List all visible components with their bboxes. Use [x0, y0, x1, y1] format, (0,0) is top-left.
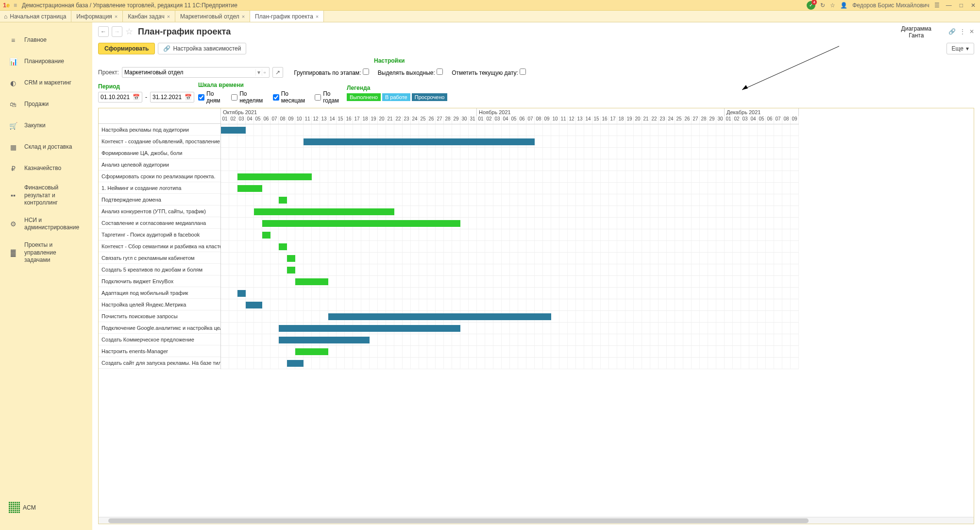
star-icon[interactable]: ☆: [830, 2, 835, 9]
tab-3[interactable]: План-график проекта×: [250, 11, 324, 22]
by-years-check[interactable]: По годам: [315, 90, 344, 104]
task-name[interactable]: Адаптация под мобильный трафик: [99, 287, 220, 299]
group-by-stages-check[interactable]: Группировать по этапам:: [294, 68, 369, 76]
menu-icon[interactable]: ☰: [934, 2, 940, 9]
gantt-bar[interactable]: [279, 337, 370, 343]
tab-close-icon[interactable]: ×: [316, 14, 319, 19]
mark-current-date-check[interactable]: Отметить текущую дату:: [452, 68, 526, 76]
tab-close-icon[interactable]: ×: [115, 14, 118, 19]
dropdown-icon[interactable]: ▾: [255, 69, 262, 76]
by-weeks-check[interactable]: По неделям: [231, 90, 267, 104]
open-project-icon[interactable]: ↗: [272, 67, 283, 78]
tab-home[interactable]: ⌂ Начальная страница: [0, 11, 71, 22]
nav-back-button[interactable]: ←: [98, 26, 109, 37]
sidebar-item-8[interactable]: ⚙НСИ и администрирование: [0, 212, 92, 237]
project-label: Проект:: [98, 69, 119, 76]
task-name[interactable]: Формирование ЦА, джобы, боли: [99, 147, 220, 159]
gantt-bar[interactable]: [279, 325, 460, 332]
sidebar-item-7[interactable]: ▪▪Финансовый результат и контроллинг: [0, 179, 92, 212]
task-bar-row: [221, 159, 799, 171]
task-name[interactable]: Подтверждение домена: [99, 194, 220, 205]
task-name[interactable]: Контекст - Сбор семантики и разбивка на …: [99, 240, 220, 252]
tab-close-icon[interactable]: ×: [167, 14, 170, 19]
task-name[interactable]: Настроить enents-Manager: [99, 345, 220, 357]
gantt-bar[interactable]: [262, 232, 270, 239]
link-icon[interactable]: 🔗: [948, 28, 956, 35]
tab-0[interactable]: Информация×: [71, 11, 123, 22]
burger-icon[interactable]: ≡: [14, 2, 17, 9]
gantt-bar[interactable]: [279, 197, 287, 204]
by-months-check[interactable]: По месяцам: [273, 90, 309, 104]
notification-icon[interactable]: ✓4: [807, 1, 815, 10]
sidebar-item-4[interactable]: 🛒Закупки: [0, 115, 92, 137]
highlight-weekends-check[interactable]: Выделять выходные:: [378, 68, 443, 76]
nav-forward-button[interactable]: →: [112, 26, 122, 37]
gantt-bar[interactable]: [287, 255, 295, 262]
gantt-bar[interactable]: [237, 290, 246, 297]
sidebar-item-3[interactable]: 🛍Продажи: [0, 94, 92, 115]
task-name[interactable]: Подключение Google.аналитикс и настройка…: [99, 322, 220, 334]
horizontal-scrollbar[interactable]: [99, 517, 974, 524]
task-bar-row: [221, 124, 799, 136]
task-name[interactable]: Настройка целей Яндекс.Метрика: [99, 299, 220, 310]
options-icon[interactable]: ⋮: [960, 28, 965, 35]
task-name[interactable]: Подключить виджет EnvyBox: [99, 275, 220, 287]
history-icon[interactable]: ↻: [820, 2, 825, 9]
tab-close-icon[interactable]: ×: [242, 14, 245, 19]
sidebar-item-5[interactable]: ▦Склад и доставка: [0, 137, 92, 158]
gantt-bar[interactable]: [279, 243, 287, 250]
user-name[interactable]: Федоров Борис Михайлович: [852, 2, 929, 9]
favorite-star-icon[interactable]: ☆: [125, 26, 133, 37]
sidebar-item-9[interactable]: ▓Проекты и управление задачами: [0, 237, 92, 269]
gantt-bar[interactable]: [237, 185, 262, 192]
task-name[interactable]: Контекст - создание объявлений, проставл…: [99, 136, 220, 147]
task-name[interactable]: Таргетинг - Поиск аудиторий в facebook: [99, 229, 220, 240]
generate-button[interactable]: Сформировать: [98, 43, 155, 54]
clear-icon[interactable]: ▫: [262, 69, 267, 76]
sidebar-item-1[interactable]: 📊Планирование: [0, 51, 92, 72]
sidebar-item-0[interactable]: ≡Главное: [0, 30, 92, 51]
close-button[interactable]: ✕: [969, 2, 977, 9]
gantt-bar[interactable]: [304, 138, 535, 145]
user-icon[interactable]: 👤: [840, 2, 847, 9]
task-name[interactable]: Сформировать сроки по реализации проекта…: [99, 171, 220, 182]
task-name[interactable]: Создать сайт для запуска рекламы. На баз…: [99, 357, 220, 369]
task-name[interactable]: Анализ конкурентов (УТП, сайты, трафик): [99, 205, 220, 217]
gantt-bar[interactable]: [287, 267, 295, 274]
gantt-bar[interactable]: [246, 302, 262, 308]
task-name[interactable]: 1. Нейминг и создание логотипа: [99, 182, 220, 194]
date-from-input[interactable]: 📅: [98, 92, 142, 103]
acm-logo: ACM: [0, 492, 92, 523]
gantt-bar[interactable]: [221, 127, 246, 134]
gantt-bar[interactable]: [254, 208, 394, 215]
gantt-bar[interactable]: [237, 173, 312, 180]
by-days-check[interactable]: По дням: [198, 90, 225, 104]
tab-1[interactable]: Канбан задач×: [123, 11, 175, 22]
task-bar-row: [221, 299, 799, 311]
task-bar-row: [221, 276, 799, 288]
project-combo[interactable]: ▾ ▫: [122, 67, 270, 78]
gantt-bar[interactable]: [287, 360, 304, 367]
minimize-button[interactable]: —: [945, 2, 953, 9]
sidebar-item-2[interactable]: ◐CRM и маркетинг: [0, 72, 92, 94]
tab-2[interactable]: Маркетинговый отдел×: [175, 11, 250, 22]
sidebar-item-6[interactable]: ₽Казначейство: [0, 158, 92, 179]
gantt-bar[interactable]: [328, 313, 551, 320]
task-name[interactable]: Анализ целевой аудитории: [99, 159, 220, 171]
task-name[interactable]: Настройка рекламы под аудитории: [99, 124, 220, 136]
task-name[interactable]: Составление и согласование медиаплана: [99, 217, 220, 229]
task-name[interactable]: Связать гугл с рекламным кабинетом: [99, 252, 220, 264]
task-name[interactable]: Создать 5 креативов по джобам и болям: [99, 264, 220, 275]
maximize-button[interactable]: □: [958, 2, 964, 9]
dependencies-button[interactable]: 🔗 Настройка зависимостей: [158, 43, 246, 54]
gantt-bar[interactable]: [262, 220, 460, 227]
gantt-chart[interactable]: Настройка рекламы под аудиторииКонтекст …: [98, 108, 974, 524]
task-name[interactable]: Почистить поисковые запросы: [99, 310, 220, 322]
task-name[interactable]: Создать Коммерческое предложение: [99, 334, 220, 345]
gantt-bar[interactable]: [295, 348, 328, 355]
project-input[interactable]: [124, 69, 255, 76]
date-to-input[interactable]: 📅: [150, 92, 194, 103]
panel-close-icon[interactable]: ✕: [969, 28, 974, 35]
more-button[interactable]: Еще ▾: [946, 43, 974, 54]
gantt-bar[interactable]: [295, 278, 328, 285]
